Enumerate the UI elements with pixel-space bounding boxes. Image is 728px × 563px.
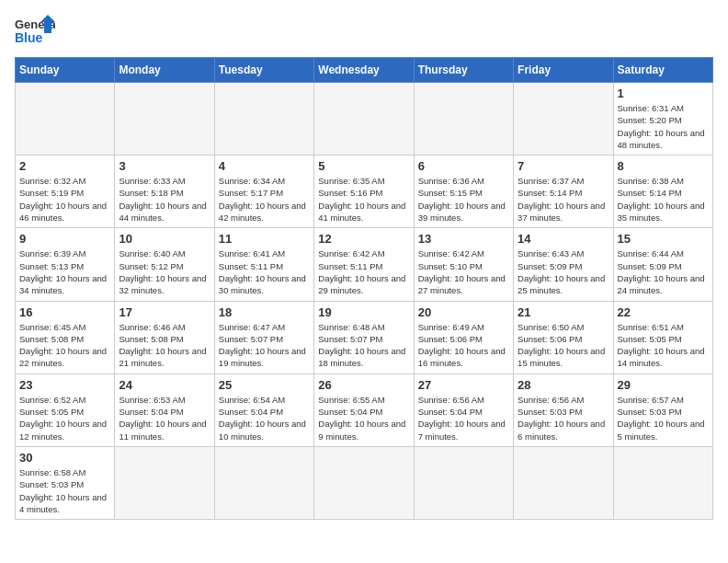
calendar-week-3: 9Sunrise: 6:39 AM Sunset: 5:13 PM Daylig… [16, 228, 713, 301]
day-info: Sunrise: 6:54 AM Sunset: 5:04 PM Dayligh… [219, 394, 310, 442]
calendar-cell: 10Sunrise: 6:40 AM Sunset: 5:12 PM Dayli… [115, 228, 214, 301]
calendar-cell: 24Sunrise: 6:53 AM Sunset: 5:04 PM Dayli… [115, 373, 214, 446]
day-info: Sunrise: 6:47 AM Sunset: 5:07 PM Dayligh… [219, 321, 310, 370]
day-number: 12 [318, 232, 409, 246]
calendar-cell: 26Sunrise: 6:55 AM Sunset: 5:04 PM Dayli… [314, 373, 414, 446]
calendar-cell: 19Sunrise: 6:48 AM Sunset: 5:07 PM Dayli… [314, 301, 414, 373]
day-info: Sunrise: 6:50 AM Sunset: 5:06 PM Dayligh… [518, 321, 609, 370]
calendar-header-row: SundayMondayTuesdayWednesdayThursdayFrid… [16, 58, 713, 83]
calendar-cell: 12Sunrise: 6:42 AM Sunset: 5:11 PM Dayli… [314, 228, 414, 301]
day-header-friday: Friday [514, 58, 613, 83]
logo-container: General Blue [15, 15, 55, 50]
calendar-week-6: 30Sunrise: 6:58 AM Sunset: 5:03 PM Dayli… [16, 446, 713, 519]
calendar-cell [16, 83, 115, 155]
day-number: 5 [318, 159, 409, 173]
day-number: 15 [618, 232, 709, 246]
day-number: 8 [618, 159, 709, 173]
calendar-cell: 14Sunrise: 6:43 AM Sunset: 5:09 PM Dayli… [514, 228, 613, 301]
day-number: 29 [618, 378, 709, 392]
calendar-cell: 15Sunrise: 6:44 AM Sunset: 5:09 PM Dayli… [613, 228, 712, 301]
day-number: 18 [219, 305, 310, 319]
calendar-cell [115, 446, 214, 519]
logo-svg: General Blue [15, 15, 55, 50]
calendar-cell: 8Sunrise: 6:38 AM Sunset: 5:14 PM Daylig… [613, 155, 712, 228]
day-info: Sunrise: 6:41 AM Sunset: 5:11 PM Dayligh… [219, 247, 310, 296]
day-info: Sunrise: 6:55 AM Sunset: 5:04 PM Dayligh… [318, 394, 409, 442]
calendar-cell: 3Sunrise: 6:33 AM Sunset: 5:18 PM Daylig… [115, 155, 214, 228]
day-info: Sunrise: 6:36 AM Sunset: 5:15 PM Dayligh… [418, 175, 509, 224]
day-info: Sunrise: 6:35 AM Sunset: 5:16 PM Dayligh… [318, 175, 409, 224]
day-info: Sunrise: 6:42 AM Sunset: 5:10 PM Dayligh… [418, 247, 509, 296]
day-number: 30 [19, 451, 110, 465]
day-info: Sunrise: 6:43 AM Sunset: 5:09 PM Dayligh… [518, 247, 609, 296]
day-number: 23 [19, 378, 110, 392]
day-info: Sunrise: 6:34 AM Sunset: 5:17 PM Dayligh… [219, 175, 310, 224]
day-number: 3 [119, 159, 210, 173]
day-number: 7 [518, 159, 609, 173]
calendar-cell: 18Sunrise: 6:47 AM Sunset: 5:07 PM Dayli… [214, 301, 313, 373]
day-header-thursday: Thursday [414, 58, 513, 83]
day-header-sunday: Sunday [16, 58, 115, 83]
calendar-cell [613, 446, 712, 519]
day-header-tuesday: Tuesday [214, 58, 313, 83]
day-number: 4 [219, 159, 310, 173]
calendar-cell [314, 83, 414, 155]
day-number: 27 [418, 378, 509, 392]
day-number: 26 [318, 378, 409, 392]
calendar-cell: 29Sunrise: 6:57 AM Sunset: 5:03 PM Dayli… [613, 373, 712, 446]
calendar-cell: 23Sunrise: 6:52 AM Sunset: 5:05 PM Dayli… [16, 373, 115, 446]
calendar-cell [214, 83, 313, 155]
day-info: Sunrise: 6:45 AM Sunset: 5:08 PM Dayligh… [19, 321, 110, 370]
calendar-cell: 27Sunrise: 6:56 AM Sunset: 5:04 PM Dayli… [414, 373, 513, 446]
day-info: Sunrise: 6:53 AM Sunset: 5:04 PM Dayligh… [119, 394, 210, 442]
calendar-week-5: 23Sunrise: 6:52 AM Sunset: 5:05 PM Dayli… [16, 373, 713, 446]
calendar-cell: 22Sunrise: 6:51 AM Sunset: 5:05 PM Dayli… [613, 301, 712, 373]
day-info: Sunrise: 6:40 AM Sunset: 5:12 PM Dayligh… [119, 247, 210, 296]
day-info: Sunrise: 6:31 AM Sunset: 5:20 PM Dayligh… [618, 102, 709, 151]
svg-text:Blue: Blue [15, 30, 43, 45]
calendar-cell: 13Sunrise: 6:42 AM Sunset: 5:10 PM Dayli… [414, 228, 513, 301]
day-number: 13 [418, 232, 509, 246]
calendar-week-1: 1Sunrise: 6:31 AM Sunset: 5:20 PM Daylig… [16, 83, 713, 155]
day-info: Sunrise: 6:51 AM Sunset: 5:05 PM Dayligh… [618, 321, 709, 370]
calendar-cell: 5Sunrise: 6:35 AM Sunset: 5:16 PM Daylig… [314, 155, 414, 228]
day-number: 17 [119, 305, 210, 319]
calendar-cell: 30Sunrise: 6:58 AM Sunset: 5:03 PM Dayli… [16, 446, 115, 519]
day-info: Sunrise: 6:58 AM Sunset: 5:03 PM Dayligh… [19, 466, 110, 515]
day-number: 10 [119, 232, 210, 246]
calendar-cell: 20Sunrise: 6:49 AM Sunset: 5:06 PM Dayli… [414, 301, 513, 373]
day-info: Sunrise: 6:39 AM Sunset: 5:13 PM Dayligh… [19, 247, 110, 296]
day-info: Sunrise: 6:32 AM Sunset: 5:19 PM Dayligh… [19, 175, 110, 224]
calendar-week-2: 2Sunrise: 6:32 AM Sunset: 5:19 PM Daylig… [16, 155, 713, 228]
day-info: Sunrise: 6:49 AM Sunset: 5:06 PM Dayligh… [418, 321, 509, 370]
calendar-cell: 17Sunrise: 6:46 AM Sunset: 5:08 PM Dayli… [115, 301, 214, 373]
day-info: Sunrise: 6:48 AM Sunset: 5:07 PM Dayligh… [318, 321, 409, 370]
day-info: Sunrise: 6:44 AM Sunset: 5:09 PM Dayligh… [618, 247, 709, 296]
day-number: 11 [219, 232, 310, 246]
calendar-cell: 6Sunrise: 6:36 AM Sunset: 5:15 PM Daylig… [414, 155, 513, 228]
calendar-cell [514, 446, 613, 519]
calendar-cell: 25Sunrise: 6:54 AM Sunset: 5:04 PM Dayli… [214, 373, 313, 446]
day-number: 1 [618, 86, 709, 100]
calendar-cell [214, 446, 313, 519]
day-number: 2 [19, 159, 110, 173]
day-number: 28 [518, 378, 609, 392]
calendar-cell [115, 83, 214, 155]
day-info: Sunrise: 6:37 AM Sunset: 5:14 PM Dayligh… [518, 175, 609, 224]
day-number: 19 [318, 305, 409, 319]
day-number: 25 [219, 378, 310, 392]
calendar-cell: 21Sunrise: 6:50 AM Sunset: 5:06 PM Dayli… [514, 301, 613, 373]
day-info: Sunrise: 6:42 AM Sunset: 5:11 PM Dayligh… [318, 247, 409, 296]
calendar-cell [314, 446, 414, 519]
calendar-cell: 4Sunrise: 6:34 AM Sunset: 5:17 PM Daylig… [214, 155, 313, 228]
day-info: Sunrise: 6:56 AM Sunset: 5:03 PM Dayligh… [518, 394, 609, 442]
day-info: Sunrise: 6:33 AM Sunset: 5:18 PM Dayligh… [119, 175, 210, 224]
day-number: 20 [418, 305, 509, 319]
day-number: 24 [119, 378, 210, 392]
logo: General Blue [15, 15, 55, 50]
day-number: 21 [518, 305, 609, 319]
calendar-cell: 2Sunrise: 6:32 AM Sunset: 5:19 PM Daylig… [16, 155, 115, 228]
day-number: 14 [518, 232, 609, 246]
calendar-cell: 9Sunrise: 6:39 AM Sunset: 5:13 PM Daylig… [16, 228, 115, 301]
page-header: General Blue [15, 15, 713, 50]
